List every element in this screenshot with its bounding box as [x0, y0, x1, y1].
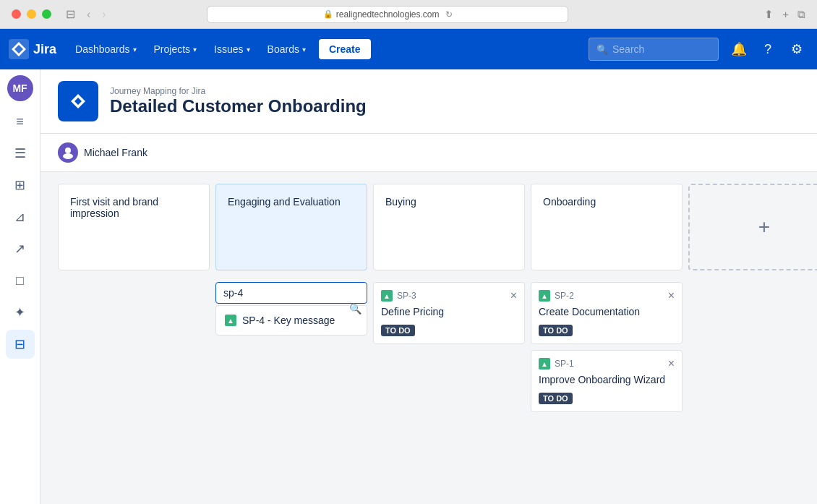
ticket-id-sp2: SP-2 [555, 291, 574, 301]
window-controls: ⬆ + ⧉ [764, 8, 805, 21]
search-result-item[interactable]: ▲ SP-4 - Key message [216, 309, 367, 332]
settings-button[interactable]: ⚙ [785, 38, 808, 61]
back-button[interactable]: ‹ [87, 8, 90, 21]
close-window-button[interactable] [12, 9, 21, 19]
forward-button[interactable]: › [102, 8, 106, 21]
ticket-title-sp2: Create Documentation [539, 306, 675, 317]
page-title: Detailed Customer Onboarding [110, 96, 367, 116]
url-text: realignedtechnologies.com [336, 9, 440, 20]
ticket-sp1-header: ▲ SP-1 × [539, 358, 675, 370]
jira-wordmark: Jira [33, 42, 56, 57]
nav-boards[interactable]: Boards ▾ [260, 39, 313, 59]
sidebar-avatar[interactable]: MF [7, 75, 33, 101]
board-column-3: Buying [373, 184, 525, 270]
column-title-3: Buying [385, 196, 513, 208]
ticket-sp3-header: ▲ SP-3 × [381, 290, 517, 302]
svg-point-2 [63, 153, 73, 159]
minimize-window-button[interactable] [27, 9, 36, 19]
main-content: Journey Mapping for Jira Detailed Custom… [40, 69, 817, 504]
sidebar-icon-scan[interactable]: ⊟ [6, 330, 35, 359]
sidebar-icon-list[interactable]: ☰ [6, 139, 35, 168]
ticket-card-sp2: ▲ SP-2 × Create Documentation TO DO [531, 282, 683, 344]
issue-icon-sp2: ▲ [539, 290, 550, 302]
issue-icon-sp1: ▲ [539, 358, 550, 370]
create-button[interactable]: Create [319, 39, 371, 59]
column-title-1: First visit and brand impression [70, 196, 197, 219]
cards-row: 🔍 ▲ SP-4 - Key message ▲ SP-3 × [40, 282, 817, 424]
ticket-card-sp3: ▲ SP-3 × Define Pricing TO DO [373, 282, 525, 344]
sidebar-icon-board[interactable]: ≡ [6, 107, 35, 136]
board-columns: First visit and brand impression Engagin… [58, 184, 817, 270]
search-icon: 🔍 [596, 44, 608, 55]
search-input[interactable] [215, 282, 367, 304]
search-area: 🔍 ▲ SP-4 - Key message [215, 282, 367, 336]
ticket-status-sp1: TO DO [539, 393, 573, 404]
search-input-icon: 🔍 [349, 303, 362, 315]
sidebar-icon-trend[interactable]: ↗ [6, 234, 35, 263]
dashboards-chevron-icon: ▾ [133, 46, 137, 54]
share-icon[interactable]: ⬆ [764, 8, 774, 21]
journey-board: First visit and brand impression Engagin… [40, 172, 817, 282]
traffic-lights [12, 9, 51, 19]
window-chrome: ⊟ ‹ › 🔒 realignedtechnologies.com ↻ ⬆ + … [0, 0, 817, 29]
nav-icon-group: 🔔 ? ⚙ [727, 38, 808, 61]
issue-icon-sp3: ▲ [381, 290, 393, 302]
column-title-2: Engaging and Evaluation [228, 196, 355, 208]
address-bar[interactable]: 🔒 realignedtechnologies.com ↻ [207, 6, 568, 23]
close-sp3-button[interactable]: × [510, 290, 517, 302]
board-column-2: Engaging and Evaluation [215, 184, 367, 270]
ticket-card-sp1: ▲ SP-1 × Improve Onboarding Wizard TO DO [531, 350, 683, 412]
user-name: Michael Frank [84, 147, 147, 158]
sidebar-icon-chart[interactable]: ⊿ [6, 202, 35, 231]
close-sp2-button[interactable]: × [668, 290, 675, 302]
ticket-status-sp3: TO DO [381, 325, 415, 336]
add-column-icon: + [758, 215, 770, 239]
user-avatar[interactable] [58, 142, 78, 163]
sidebar-icon-puzzle[interactable]: ✦ [6, 298, 35, 327]
tabs-icon[interactable]: ⧉ [797, 8, 805, 21]
sidebar-icon-grid[interactable]: ⊞ [6, 171, 35, 200]
left-sidebar: MF ≡ ☰ ⊞ ⊿ ↗ □ ✦ ⊟ [0, 69, 40, 504]
ticket-status-sp2: TO DO [539, 325, 573, 336]
page-header: Journey Mapping for Jira Detailed Custom… [40, 69, 817, 134]
nav-issues[interactable]: Issues ▾ [207, 39, 257, 59]
nav-projects[interactable]: Projects ▾ [147, 39, 205, 59]
col-2-cards: 🔍 ▲ SP-4 - Key message [215, 282, 367, 412]
sidebar-icon-monitor[interactable]: □ [6, 266, 35, 295]
issues-chevron-icon: ▾ [247, 46, 250, 54]
nav-search-bar[interactable]: 🔍 Search [589, 38, 719, 61]
board-column-4: Onboarding [531, 184, 683, 270]
help-button[interactable]: ? [756, 38, 779, 61]
ticket-title-sp3: Define Pricing [381, 306, 517, 317]
svg-point-1 [65, 148, 71, 153]
column-title-4: Onboarding [543, 196, 670, 208]
jira-navbar: Jira Dashboards ▾ Projects ▾ Issues ▾ Bo… [0, 29, 817, 69]
lock-icon: 🔒 [323, 9, 333, 19]
boards-chevron-icon: ▾ [302, 46, 306, 54]
close-sp1-button[interactable]: × [668, 358, 675, 370]
new-tab-icon[interactable]: + [782, 8, 789, 21]
reload-icon[interactable]: ↻ [445, 9, 453, 20]
page-title-group: Journey Mapping for Jira Detailed Custom… [110, 86, 367, 116]
maximize-window-button[interactable] [42, 9, 51, 19]
sidebar-toggle-icon[interactable]: ⊟ [66, 7, 75, 21]
col-3-cards: ▲ SP-3 × Define Pricing TO DO [373, 282, 525, 412]
board-column-1: First visit and brand impression [58, 184, 210, 270]
search-dropdown: ▲ SP-4 - Key message [215, 305, 367, 336]
user-row: Michael Frank [40, 134, 817, 172]
col-4-cards: ▲ SP-2 × Create Documentation TO DO ▲ SP… [531, 282, 683, 412]
col-1-space [58, 282, 210, 412]
issue-type-icon: ▲ [225, 315, 236, 326]
app-icon [58, 81, 98, 121]
add-column-button[interactable]: + [688, 184, 817, 270]
ticket-sp2-header: ▲ SP-2 × [539, 290, 675, 302]
projects-chevron-icon: ▾ [193, 46, 197, 54]
ticket-title-sp1: Improve Onboarding Wizard [539, 374, 675, 385]
nav-dashboards[interactable]: Dashboards ▾ [68, 39, 144, 59]
search-result-label: SP-4 - Key message [242, 315, 335, 326]
page-subtitle: Journey Mapping for Jira [110, 86, 367, 96]
jira-logo[interactable]: Jira [9, 39, 56, 59]
app-layout: MF ≡ ☰ ⊞ ⊿ ↗ □ ✦ ⊟ Journey Mapping for J… [0, 69, 817, 504]
ticket-id-sp1: SP-1 [555, 359, 574, 369]
notifications-button[interactable]: 🔔 [727, 38, 750, 61]
